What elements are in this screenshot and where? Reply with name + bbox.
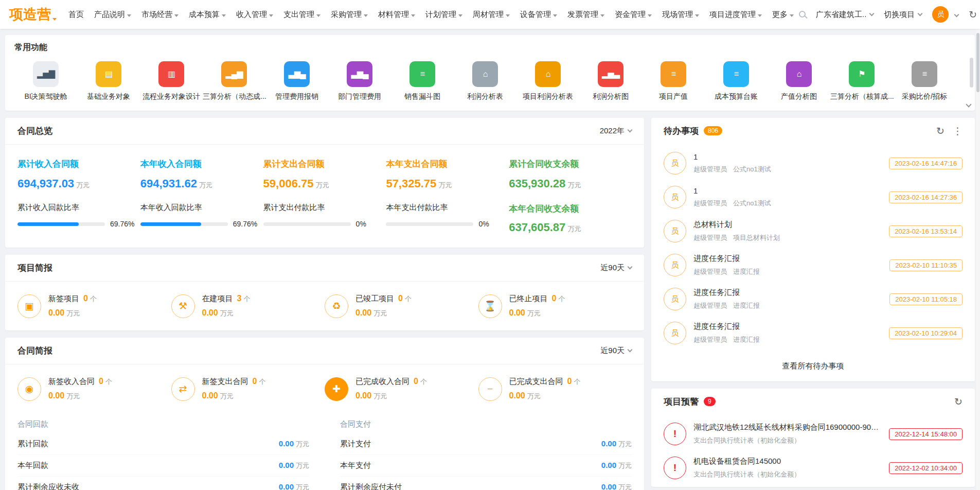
flag-chart-icon: ⚑: [849, 61, 875, 87]
brief-amount: 0.00: [509, 391, 525, 400]
contract-overview-card: 合同总览 2022年 累计收入合同额 694,937.03 万元 本年收入合同额…: [5, 118, 644, 248]
quick-item-label: 利润分析表: [454, 92, 516, 101]
nav-item-project-progress-management[interactable]: 项目进度管理: [704, 10, 767, 20]
warning-meta: 支出合同执行统计表（初始化金额）: [693, 436, 882, 445]
quick-panel-scrollbar[interactable]: [970, 58, 973, 87]
year-filter[interactable]: 2022年: [600, 126, 632, 136]
todo-item[interactable]: 员 1 超级管理员公式no1测试 2023-02-16 14:47:16: [651, 146, 975, 180]
quick-item-cost-budget-ledger[interactable]: ≡ 成本预算台账: [705, 61, 768, 101]
stat-value: 694,937.03 万元: [17, 177, 140, 190]
quick-item-procurement-bidding[interactable]: ≡ 采购比价/招标: [893, 61, 956, 101]
quick-item-admin-expense-claim[interactable]: ▃▆▄ 管理费用报销: [265, 61, 328, 101]
quick-item-label: 部门管理费用: [328, 92, 391, 101]
timestamp-tag: 2022-12-02 10:34:00: [889, 462, 963, 474]
contract-payment-section: 合同支付 累计支付0.00万元 本年支付0.00万元 累计剩余应付未付0.00万…: [340, 413, 632, 490]
warning-item[interactable]: ! 机电设备租赁合同145000 支出合同执行统计表（初始化金额） 2022-1…: [651, 451, 975, 485]
chevron-down-icon: [127, 14, 131, 17]
todo-item[interactable]: 员 进度任务汇报 超级管理员进度汇报 2023-02-10 10:29:04: [651, 316, 975, 350]
progress-bar: [140, 222, 228, 226]
todo-title: 进度任务汇报: [693, 254, 882, 264]
stat-label: 累计收入合同额: [17, 158, 140, 170]
quick-item-profit-table[interactable]: ⌂ 利润分析表: [454, 61, 516, 101]
quick-item-output-analysis-chart[interactable]: ⌂ 产值分析图: [768, 61, 830, 101]
nav-item-home[interactable]: 首页: [63, 10, 89, 20]
todo-meta: 超级管理员公式no1测试: [693, 165, 882, 174]
table-row: 本年支付0.00万元: [340, 455, 632, 477]
app-logo[interactable]: 项造营: [9, 5, 51, 24]
nav-item-material-management[interactable]: 材料管理: [373, 10, 420, 20]
nav-item-equipment-management[interactable]: 设备管理: [515, 10, 562, 20]
search-icon[interactable]: [799, 10, 806, 19]
page-scrollbar-thumb[interactable]: [976, 33, 979, 92]
refresh-icon[interactable]: ↻: [936, 126, 945, 136]
nav-item-income-management[interactable]: 收入管理: [231, 10, 278, 20]
nav-label: 首页: [68, 10, 84, 19]
quick-item-profit-chart[interactable]: ▂▅▃ 利润分析图: [579, 61, 642, 101]
chevron-down-icon: [269, 14, 273, 17]
page-scrollbar[interactable]: [976, 29, 980, 490]
nav-label: 材料管理: [378, 10, 409, 19]
view-all-todos-link[interactable]: 查看所有待办事项: [651, 352, 975, 381]
quick-item-three-calc-accounting[interactable]: ⚑ 三算分析（核算成...: [830, 61, 893, 101]
chevron-down-icon: [695, 14, 699, 17]
progress-percent: 69.76%: [233, 220, 257, 228]
nav-item-cost-budget[interactable]: 成本预算: [184, 10, 231, 20]
todo-item[interactable]: 员 进度任务汇报 超级管理员进度汇报 2023-02-10 11:10:35: [651, 248, 975, 282]
brief-amount: 0.00: [202, 391, 218, 400]
org-selector[interactable]: 广东省建筑工..: [816, 10, 874, 20]
chevron-down-icon: [364, 14, 368, 17]
nav-item-fund-management[interactable]: 资金管理: [610, 10, 657, 20]
user-avatar[interactable]: 员: [932, 6, 949, 23]
nav-item-site-management[interactable]: 现场管理: [657, 10, 704, 20]
chevron-down-icon: [648, 14, 652, 17]
stat-value: 57,325.75 万元: [386, 177, 509, 190]
quick-item-three-calc-dynamic[interactable]: ▂▄▆ 三算分析（动态成...: [203, 61, 265, 101]
chevron-down-icon[interactable]: [954, 12, 959, 17]
date-range-filter[interactable]: 近90天: [600, 263, 632, 273]
more-vertical-icon[interactable]: ⋮: [953, 126, 963, 136]
chevron-down-icon: [316, 14, 320, 17]
todo-item[interactable]: 员 1 超级管理员公式no1测试 2023-02-16 14:27:36: [651, 180, 975, 214]
nav-item-more[interactable]: 更多: [767, 10, 799, 20]
chevron-down-icon: [458, 14, 462, 17]
quick-item-label: 三算分析（核算成...: [830, 92, 893, 101]
todo-meta: 超级管理员项目总材料计划: [693, 233, 882, 242]
nav-item-temp-material-management[interactable]: 周材管理: [468, 10, 515, 20]
page-content: 常用功能 ▂▅▇ BI决策驾驶舱 ▤ 基础业务对象 ▥ 流程业务对象设计 ▂▄▆…: [5, 35, 975, 490]
nav-label: 成本预算: [189, 10, 220, 19]
brief-label: 新签支出合同: [202, 377, 248, 386]
quick-item-dept-admin-expense[interactable]: ▃▆▄ 部门管理费用: [328, 61, 391, 101]
quick-item-bi-dashboard[interactable]: ▂▅▇ BI决策驾驶舱: [14, 61, 77, 101]
refresh-icon[interactable]: ↻: [954, 397, 963, 407]
nav-item-market-management[interactable]: 市场经营: [136, 10, 184, 20]
nav-item-plan-management[interactable]: 计划管理: [420, 10, 468, 20]
brief-count: 0: [414, 377, 418, 386]
todo-item[interactable]: 员 总材料计划 超级管理员项目总材料计划 2023-02-16 13:53:14: [651, 214, 975, 248]
nav-item-invoice-management[interactable]: 发票管理: [562, 10, 610, 20]
switch-project-selector[interactable]: 切换项目: [884, 10, 922, 20]
quick-item-project-output[interactable]: ≡ 项目产值: [642, 61, 705, 101]
quick-item-process-object-design[interactable]: ▥ 流程业务对象设计: [140, 61, 203, 101]
chevron-down-icon: [918, 11, 923, 16]
chart-flag-icon: ▃▆▄: [347, 61, 372, 87]
quick-item-basic-business-object[interactable]: ▤ 基础业务对象: [77, 61, 140, 101]
quick-item-project-profit-table[interactable]: ⌂ 项目利润分析表: [516, 61, 579, 101]
nav-item-procurement-management[interactable]: 采购管理: [326, 10, 373, 20]
document-icon: ▤: [96, 61, 121, 87]
main-nav: 首页 产品说明 市场经营 成本预算 收入管理 支出管理 采购管理 材料管理 计划…: [63, 10, 799, 20]
brief-label: 在建项目: [202, 294, 233, 303]
year-filter-label: 2022年: [600, 126, 625, 135]
scroll-down-icon[interactable]: [966, 101, 971, 107]
quick-item-label: 产值分析图: [768, 92, 830, 101]
quick-item-label: 基础业务对象: [77, 92, 140, 101]
refresh-icon[interactable]: ↻: [969, 10, 977, 20]
date-range-label: 近90天: [600, 263, 625, 272]
nav-item-expense-management[interactable]: 支出管理: [278, 10, 326, 20]
todo-item[interactable]: 员 进度任务汇报 超级管理员进度汇报 2023-02-10 11:05:18: [651, 282, 975, 316]
date-range-filter[interactable]: 近90天: [600, 346, 632, 356]
warning-item[interactable]: ! 湖北武汉地铁12线延长线材料采购合同16900000-90000 支出合同执…: [651, 417, 975, 451]
alert-icon: !: [664, 423, 686, 445]
nav-item-product-description[interactable]: 产品说明: [89, 10, 136, 20]
quick-item-sales-funnel[interactable]: ≡ 销售漏斗图: [391, 61, 454, 101]
top-navbar: 项造营 首页 产品说明 市场经营 成本预算 收入管理 支出管理 采购管理 材料管…: [0, 0, 980, 29]
